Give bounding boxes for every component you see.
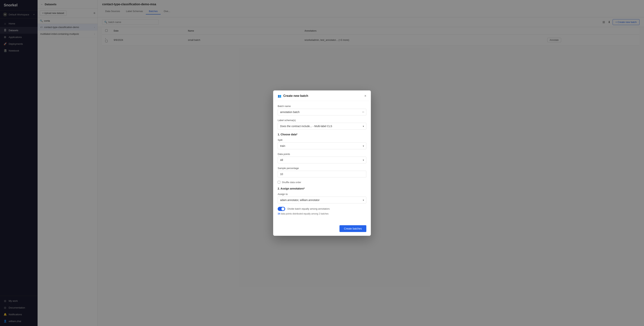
edit-icon: ✏ [362, 111, 364, 114]
modal-close-button[interactable]: × [364, 94, 366, 98]
choose-data-section: 1. Choose data* Split train test validat… [278, 133, 366, 184]
data-points-select-wrapper: All Custom [278, 157, 366, 163]
section1-title: 1. Choose data* [278, 133, 366, 136]
modal-overlay[interactable]: 👥 Create new batch × Batch name ✏ Label … [0, 0, 644, 326]
shuffle-label: Shuffle data order [282, 181, 301, 184]
data-point-count: 34 [278, 212, 280, 215]
label-schema-select-wrapper: Does the contract include... - Multi-lab… [278, 123, 366, 130]
split-select-wrapper: train test validation [278, 143, 366, 149]
create-batch-modal: 👥 Create new batch × Batch name ✏ Label … [273, 90, 371, 236]
batch-name-group: Batch name ✏ [278, 105, 366, 115]
split-select[interactable]: train test validation [278, 143, 366, 149]
data-points-select[interactable]: All Custom [278, 157, 366, 163]
batch-name-input[interactable] [278, 109, 366, 115]
modal-header: 👥 Create new batch × [273, 90, 371, 101]
distribution-info: 34 data points distributed equally among… [278, 212, 366, 215]
assign-annotators-section: 2. Assign annotators* Assign to adam.ann… [278, 187, 366, 215]
distribution-text: data points distributed equally among 2 … [281, 212, 328, 215]
data-points-group: Data points All Custom [278, 153, 366, 163]
sample-percentage-group: Sample percentage [278, 167, 366, 177]
batch-name-label: Batch name [278, 105, 366, 108]
label-schema-label: Label schema(s) [278, 119, 366, 122]
divide-toggle-row: Divide batch equally among annotators [278, 207, 366, 211]
sample-percentage-input[interactable] [278, 171, 366, 177]
assign-to-group: Assign to adam.annotator, william.annota… [278, 193, 366, 203]
label-schema-select[interactable]: Does the contract include... - Multi-lab… [278, 123, 366, 130]
shuffle-row: Shuffle data order [278, 181, 366, 184]
data-points-label: Data points [278, 153, 366, 155]
modal-body: Batch name ✏ Label schema(s) Does the co… [273, 101, 371, 222]
assign-to-select-wrapper: adam.annotator, william.annotator [278, 197, 366, 203]
label-schema-group: Label schema(s) Does the contract includ… [278, 119, 366, 130]
split-label: Split [278, 139, 366, 141]
assign-to-label: Assign to [278, 193, 366, 195]
divide-toggle-label: Divide batch equally among annotators [288, 207, 330, 210]
people-icon: 👥 [278, 94, 282, 98]
modal-footer: Create batches [273, 222, 371, 236]
shuffle-checkbox[interactable] [278, 181, 280, 183]
split-group: Split train test validation [278, 139, 366, 149]
section2-title: 2. Assign annotators* [278, 187, 366, 190]
assign-to-select[interactable]: adam.annotator, william.annotator [278, 197, 366, 203]
create-batches-button[interactable]: Create batches [340, 225, 366, 232]
modal-title: 👥 Create new batch [278, 94, 308, 98]
batch-name-input-wrapper: ✏ [278, 109, 366, 115]
sample-percentage-label: Sample percentage [278, 167, 366, 170]
toggle-slider [278, 207, 285, 211]
divide-toggle[interactable] [278, 207, 285, 211]
